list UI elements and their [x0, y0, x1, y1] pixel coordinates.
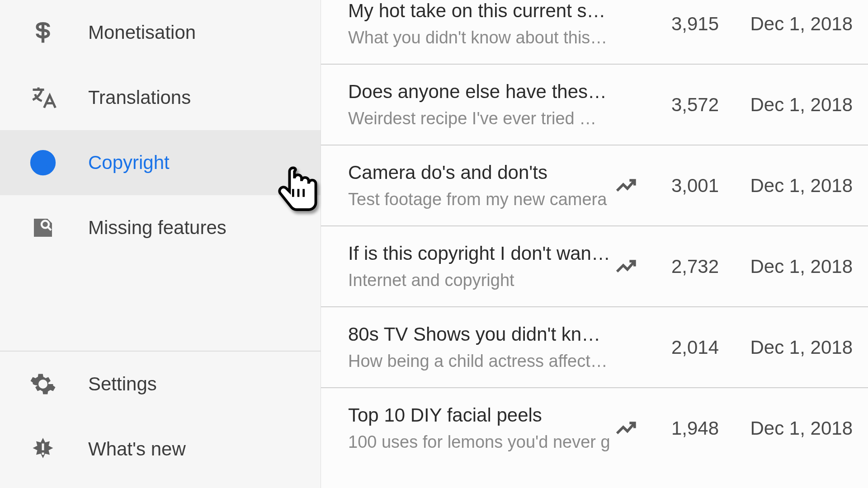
sidebar-item-send-feedback[interactable]: Send feedback: [0, 482, 321, 488]
video-cell: Camera do's and don'ts Test footage from…: [348, 162, 610, 209]
sidebar-nav-group: Monetisation Translations Copyright Miss…: [0, 0, 321, 260]
date-cell: Dec 1, 2018: [719, 175, 854, 197]
sidebar-item-monetisation[interactable]: Monetisation: [0, 0, 321, 65]
sidebar-item-label: What's new: [88, 438, 186, 460]
copyright-icon: [27, 147, 59, 178]
video-list: My hot take on this current socia. What …: [321, 0, 868, 488]
date-cell: Dec 1, 2018: [719, 418, 854, 439]
video-title: Does anyone else have these wei…: [348, 81, 610, 103]
date-cell: Dec 1, 2018: [719, 94, 854, 116]
views-cell: 3,572: [642, 94, 719, 116]
trending-up-icon: [610, 254, 642, 279]
video-desc: Weirdest recipe I've ever tried maki…: [348, 109, 610, 128]
video-cell: My hot take on this current socia. What …: [348, 0, 610, 47]
sidebar-footer-group: Settings What's new Send feedback: [0, 352, 321, 488]
dollar-icon: [27, 17, 59, 48]
date-cell: Dec 1, 2018: [719, 337, 854, 358]
date-cell: Dec 1, 2018: [719, 13, 854, 35]
video-desc: Test footage from my new camera: [348, 190, 610, 209]
video-cell: Does anyone else have these wei… Weirdes…: [348, 81, 610, 128]
video-cell: If is this copyright I don't want to .. …: [348, 243, 610, 290]
views-cell: 1,948: [642, 418, 719, 439]
video-desc: What you didn't know about this co…: [348, 28, 610, 47]
svg-rect-3: [42, 453, 44, 455]
video-desc: 100 uses for lemons you'd never g: [348, 432, 610, 452]
sidebar: Monetisation Translations Copyright Miss…: [0, 0, 321, 488]
table-row[interactable]: 80s TV Shows you didn't know w… How bein…: [321, 307, 868, 388]
video-title: Top 10 DIY facial peels: [348, 404, 610, 426]
table-row[interactable]: Does anyone else have these wei… Weirdes…: [321, 65, 868, 145]
burst-icon: [27, 433, 59, 465]
translate-icon: [27, 82, 59, 113]
sidebar-spacer: [0, 260, 321, 342]
sidebar-item-label: Translations: [88, 87, 191, 108]
gear-icon: [27, 368, 59, 400]
sidebar-item-missing-features[interactable]: Missing features: [0, 195, 321, 260]
sidebar-item-settings[interactable]: Settings: [0, 352, 321, 417]
trending-up-icon: [610, 173, 642, 198]
sidebar-item-label: Monetisation: [88, 22, 196, 43]
video-cell: Top 10 DIY facial peels 100 uses for lem…: [348, 404, 610, 452]
video-cell: 80s TV Shows you didn't know w… How bein…: [348, 324, 610, 371]
svg-rect-2: [42, 444, 44, 450]
sidebar-item-label: Copyright: [88, 152, 170, 174]
table-row[interactable]: If is this copyright I don't want to .. …: [321, 226, 868, 307]
video-title: If is this copyright I don't want to ..: [348, 243, 610, 264]
table-row[interactable]: Top 10 DIY facial peels 100 uses for lem…: [321, 388, 868, 468]
video-title: Camera do's and don'ts: [348, 162, 610, 183]
sidebar-item-copyright[interactable]: Copyright: [0, 130, 321, 195]
sidebar-item-translations[interactable]: Translations: [0, 65, 321, 130]
trending-up-icon: [610, 416, 642, 441]
sidebar-item-whats-new[interactable]: What's new: [0, 417, 321, 482]
sidebar-item-label: Missing features: [88, 217, 226, 239]
search-doc-icon: [27, 212, 59, 244]
video-title: My hot take on this current socia.: [348, 0, 610, 22]
video-desc: Internet and copyright: [348, 271, 610, 290]
sidebar-item-label: Settings: [88, 373, 157, 395]
video-title: 80s TV Shows you didn't know w…: [348, 324, 610, 345]
table-row[interactable]: My hot take on this current socia. What …: [321, 0, 868, 65]
views-cell: 2,732: [642, 256, 719, 277]
table-row[interactable]: Camera do's and don'ts Test footage from…: [321, 145, 868, 226]
views-cell: 3,915: [642, 13, 719, 35]
date-cell: Dec 1, 2018: [719, 256, 854, 277]
views-cell: 3,001: [642, 175, 719, 197]
video-desc: How being a child actress affected.: [348, 352, 610, 371]
views-cell: 2,014: [642, 337, 719, 358]
